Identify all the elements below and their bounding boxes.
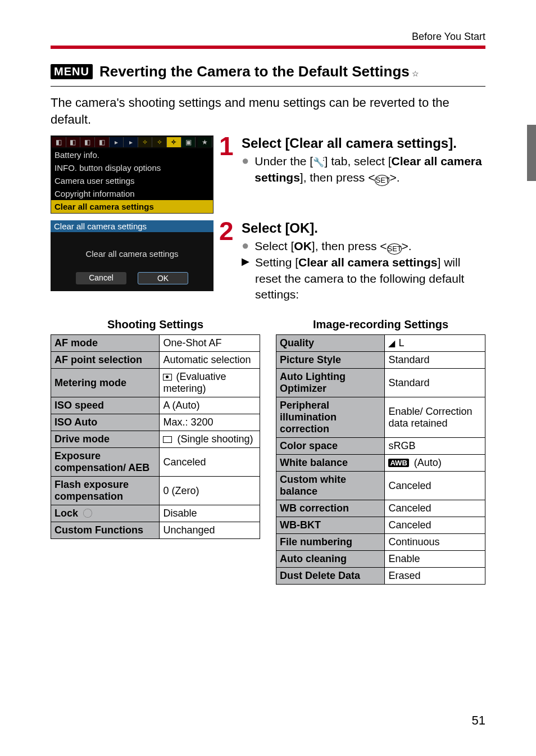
cell: AWB (Auto) — [385, 455, 485, 472]
cell: A (Auto) — [160, 397, 260, 414]
cell: WB-BKT — [276, 517, 385, 534]
step-2-bullet-2: ▶ Setting [Clear all camera settings] wi… — [242, 255, 485, 302]
step-2: Clear all camera settings Clear all came… — [51, 220, 485, 302]
step-2-title: Select [OK]. — [242, 220, 485, 236]
cell: sRGB — [385, 438, 485, 455]
intro-text: The camera's shooting settings and menu … — [51, 94, 485, 128]
t: Clear all camera settings — [298, 256, 437, 269]
step-number-1: 1 — [219, 135, 236, 157]
menu-screenshot-2: Clear all camera settings Clear all came… — [51, 220, 214, 291]
dial-icon — [83, 509, 92, 518]
red-divider — [51, 46, 485, 49]
step-1: ◧ ◧ ◧ ◧ ▸ ▸ ✧ ✧ ✧ ▣ ★ Battery info. INFO… — [51, 135, 485, 214]
t: Setting [ — [255, 256, 298, 269]
bullet-dot-icon: ● — [242, 238, 249, 253]
menu-badge: MENU — [51, 64, 93, 79]
cell: Flash exposure compensation — [51, 477, 160, 505]
tab-play2: ▸ — [124, 137, 138, 147]
cell: WB correction — [276, 500, 385, 517]
quality-icon — [388, 337, 396, 348]
menu-tabs: ◧ ◧ ◧ ◧ ▸ ▸ ✧ ✧ ✧ ▣ ★ — [51, 136, 213, 148]
set-icon: SET — [387, 243, 402, 255]
set-icon: SET — [375, 175, 389, 186]
t: (Auto) — [411, 457, 442, 468]
cell: Auto Lighting Optimizer — [276, 369, 385, 397]
cancel-button[interactable]: Cancel — [76, 272, 126, 284]
ok-button[interactable]: OK — [138, 272, 188, 284]
cell: Custom Functions — [51, 522, 160, 539]
menu-item: Copyright information — [51, 187, 213, 200]
cell: File numbering — [276, 534, 385, 551]
t: Select [ — [255, 239, 294, 252]
cell: Picture Style — [276, 352, 385, 369]
cell: L — [385, 335, 485, 352]
t: ], then press < — [300, 171, 375, 184]
cell: Drive mode — [51, 431, 160, 448]
t: >. — [389, 171, 399, 184]
cell: Metering mode — [51, 369, 160, 397]
cell: Disable — [160, 505, 260, 522]
cell: Continuous — [385, 534, 485, 551]
cell: ISO speed — [51, 397, 160, 414]
cell: (Evaluative metering) — [160, 369, 260, 397]
menu-screenshot-1: ◧ ◧ ◧ ◧ ▸ ▸ ✧ ✧ ✧ ▣ ★ Battery info. INFO… — [51, 135, 214, 214]
cell: Enable/ Correction data retained — [385, 397, 485, 438]
cell: Unchanged — [160, 522, 260, 539]
tab-cam3: ◧ — [80, 137, 95, 147]
cell: One-Shot AF — [160, 335, 260, 352]
cell: Automatic selection — [160, 352, 260, 369]
cell: Erased — [385, 568, 485, 585]
image-title: Image-recording Settings — [276, 318, 485, 331]
cell: (Single shooting) — [160, 431, 260, 448]
shooting-title: Shooting Settings — [51, 318, 260, 331]
cell: White balance — [276, 455, 385, 472]
t: >. — [402, 239, 412, 252]
tab-cam4: ◧ — [95, 137, 110, 147]
step-number-2: 2 — [219, 220, 236, 242]
panel2-header: Clear all camera settings — [51, 220, 214, 232]
tab-wrench1: ✧ — [138, 137, 153, 147]
t: (Single shooting) — [174, 433, 253, 445]
t: ] tab, select [ — [325, 155, 392, 168]
cell: Canceled — [160, 448, 260, 477]
panel2-body: Clear all camera settings — [51, 232, 214, 272]
cell: Canceled — [385, 472, 485, 500]
menu-item-highlight: Clear all camera settings — [51, 200, 213, 213]
tables-row: Shooting Settings AF modeOne-Shot AF AF … — [51, 318, 485, 585]
tab-play1: ▸ — [110, 137, 124, 147]
cell: Exposure compensation/ AEB — [51, 448, 160, 477]
step-2-bullet-1: ● Select [OK], then press <SET>. — [242, 238, 485, 255]
tab-cam1: ◧ — [52, 137, 66, 147]
tab-cfn: ▣ — [181, 137, 196, 147]
cell: Standard — [385, 352, 485, 369]
image-column: Image-recording Settings Quality L Pictu… — [276, 318, 485, 585]
t: ], then press < — [312, 239, 387, 252]
cell: Color space — [276, 438, 385, 455]
cell: Quality — [276, 335, 385, 352]
menu-item: INFO. button display options — [51, 161, 213, 174]
page-number: 51 — [472, 713, 485, 728]
cell: Max.: 3200 — [160, 414, 260, 431]
t: Lock — [54, 508, 81, 519]
menu-item: Battery info. — [51, 148, 213, 161]
cell: ISO Auto — [51, 414, 160, 431]
cell: AF point selection — [51, 352, 160, 369]
cell: Peripheral illumination correction — [276, 397, 385, 438]
cell: Enable — [385, 551, 485, 568]
tab-cam2: ◧ — [66, 137, 81, 147]
single-shooting-icon — [163, 436, 172, 443]
section-title: Reverting the Camera to the Default Sett… — [99, 63, 419, 80]
t: L — [396, 337, 404, 348]
cell: Dust Delete Data — [276, 568, 385, 585]
bullet-dot-icon: ● — [242, 153, 249, 168]
triangle-icon: ▶ — [242, 255, 249, 268]
tab-mymenu: ★ — [198, 137, 212, 147]
image-table: Quality L Picture StyleStandard Auto Lig… — [276, 334, 485, 585]
tab-wrench2: ✧ — [152, 137, 167, 147]
cell: 0 (Zero) — [160, 477, 260, 505]
side-tab — [527, 125, 536, 181]
star-icon: ☆ — [412, 69, 419, 78]
metering-icon — [163, 374, 172, 381]
cell: Lock — [51, 505, 160, 522]
t: OK — [294, 239, 312, 252]
